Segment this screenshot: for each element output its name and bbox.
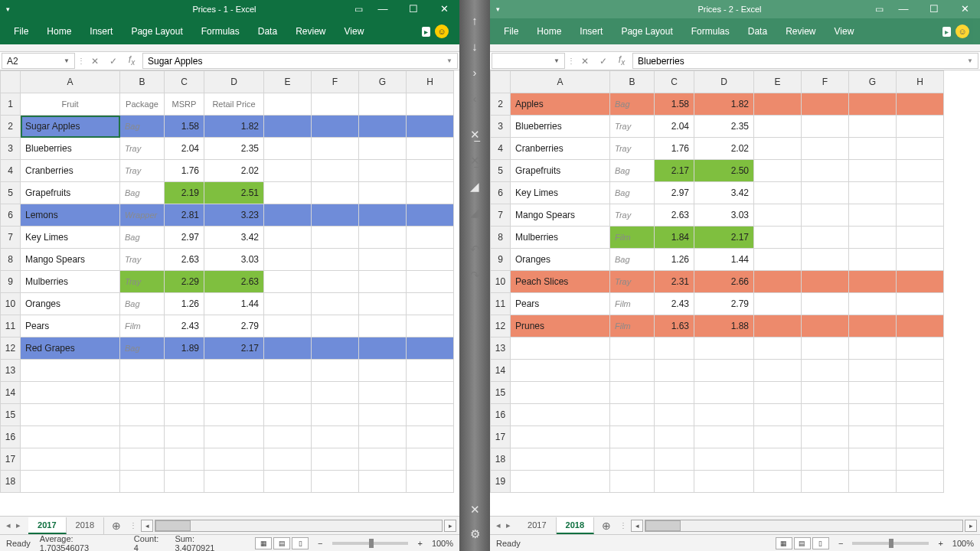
cell-C4[interactable]: 1.76 bbox=[165, 160, 204, 182]
cell-D19[interactable] bbox=[694, 471, 754, 493]
cell-A6[interactable]: Key Limes bbox=[511, 182, 610, 204]
close-compare-icon[interactable]: ✕ bbox=[464, 499, 485, 520]
cell-C7[interactable]: 2.63 bbox=[655, 204, 694, 227]
zoom-label[interactable]: 100% bbox=[952, 539, 974, 548]
zoom-in-icon[interactable]: + bbox=[938, 539, 942, 548]
column-header-H[interactable]: H bbox=[897, 71, 944, 93]
cell-D4[interactable]: 2.02 bbox=[694, 138, 754, 160]
cell-G3[interactable] bbox=[849, 116, 897, 138]
ribbon-tab-formulas[interactable]: Formulas bbox=[192, 20, 249, 43]
cell-G4[interactable] bbox=[849, 138, 897, 160]
cell-A15[interactable] bbox=[21, 404, 120, 426]
horizontal-scrollbar[interactable]: ◂ ▸ bbox=[138, 520, 459, 532]
view-mode-buttons[interactable]: ▦ ▤ ▯ bbox=[255, 537, 309, 549]
cell-C14[interactable] bbox=[165, 382, 204, 404]
cell-A3[interactable]: Blueberries bbox=[21, 138, 120, 160]
cell-B16[interactable] bbox=[120, 426, 165, 448]
cell-B9[interactable]: Tray bbox=[120, 271, 165, 293]
chevron-down-icon[interactable]: ▼ bbox=[64, 57, 70, 64]
cell-D14[interactable] bbox=[204, 382, 264, 404]
cell-A10[interactable]: Oranges bbox=[21, 293, 120, 315]
ribbon-tab-file[interactable]: File bbox=[5, 20, 38, 43]
cell-E18[interactable] bbox=[264, 471, 312, 493]
cell-D7[interactable]: 3.03 bbox=[694, 204, 754, 227]
cell-A8[interactable]: Mulberries bbox=[511, 227, 610, 249]
new-sheet-button[interactable]: ⊕ bbox=[594, 520, 619, 532]
fbar-splitter[interactable]: ⋮ bbox=[77, 52, 86, 70]
cell-E8[interactable] bbox=[754, 227, 802, 249]
cell-F7[interactable] bbox=[312, 227, 359, 249]
header-cell-E[interactable] bbox=[264, 93, 312, 116]
column-header-E[interactable]: E bbox=[264, 71, 312, 93]
cell-C16[interactable] bbox=[165, 426, 204, 448]
column-header-A[interactable]: A bbox=[511, 71, 610, 93]
cell-E4[interactable] bbox=[264, 160, 312, 182]
row-header-7[interactable]: 7 bbox=[491, 204, 511, 227]
undo-icon[interactable]: ↶ bbox=[464, 239, 485, 260]
column-header-F[interactable]: F bbox=[312, 71, 359, 93]
cell-G14[interactable] bbox=[849, 360, 897, 382]
cell-A8[interactable]: Mango Spears bbox=[21, 249, 120, 271]
row-header-18[interactable]: 18 bbox=[491, 448, 511, 471]
cell-E16[interactable] bbox=[754, 404, 802, 426]
cell-C18[interactable] bbox=[165, 471, 204, 493]
cell-D5[interactable]: 2.51 bbox=[204, 182, 264, 204]
cell-D2[interactable]: 1.82 bbox=[694, 93, 754, 116]
cell-H15[interactable] bbox=[897, 382, 944, 404]
cell-E11[interactable] bbox=[264, 315, 312, 337]
row-header-6[interactable]: 6 bbox=[1, 204, 21, 227]
spreadsheet-grid[interactable]: ABCDEFGH1FruitPackageMSRPRetail Price2Su… bbox=[0, 70, 459, 516]
cell-C10[interactable]: 2.31 bbox=[655, 271, 694, 293]
row-header-9[interactable]: 9 bbox=[491, 249, 511, 271]
cell-E10[interactable] bbox=[754, 271, 802, 293]
cell-D11[interactable]: 2.79 bbox=[694, 293, 754, 315]
collapse-ribbon-icon[interactable]: ▸ bbox=[422, 27, 430, 37]
cell-E5[interactable] bbox=[754, 160, 802, 182]
ribbon-tab-review[interactable]: Review bbox=[286, 20, 335, 43]
header-cell-F[interactable] bbox=[312, 93, 359, 116]
cell-B4[interactable]: Tray bbox=[610, 138, 655, 160]
ribbon-tab-page-layout[interactable]: Page Layout bbox=[612, 20, 681, 43]
ribbon-tab-review[interactable]: Review bbox=[776, 20, 825, 43]
cell-F9[interactable] bbox=[802, 249, 849, 271]
cell-B5[interactable]: Bag bbox=[610, 160, 655, 182]
cell-B10[interactable]: Tray bbox=[610, 271, 655, 293]
cell-F13[interactable] bbox=[312, 360, 359, 382]
cell-D11[interactable]: 2.79 bbox=[204, 315, 264, 337]
row-header-6[interactable]: 6 bbox=[491, 182, 511, 204]
cell-E5[interactable] bbox=[264, 182, 312, 204]
cell-G16[interactable] bbox=[849, 404, 897, 426]
cell-H9[interactable] bbox=[897, 249, 944, 271]
row-header-7[interactable]: 7 bbox=[1, 227, 21, 249]
header-cell-H[interactable] bbox=[407, 93, 454, 116]
cell-B11[interactable]: Film bbox=[610, 293, 655, 315]
cell-D5[interactable]: 2.50 bbox=[694, 160, 754, 182]
cell-E15[interactable] bbox=[264, 404, 312, 426]
row-header-10[interactable]: 10 bbox=[491, 271, 511, 293]
horizontal-scrollbar[interactable]: ◂ ▸ bbox=[628, 520, 980, 532]
cell-E8[interactable] bbox=[264, 249, 312, 271]
cell-A18[interactable] bbox=[511, 448, 610, 471]
cell-F17[interactable] bbox=[802, 426, 849, 448]
cell-C11[interactable]: 2.43 bbox=[655, 293, 694, 315]
cell-D15[interactable] bbox=[204, 404, 264, 426]
cell-G3[interactable] bbox=[359, 138, 407, 160]
cell-C10[interactable]: 1.26 bbox=[165, 293, 204, 315]
chevron-down-icon[interactable]: ▼ bbox=[554, 57, 560, 64]
cell-E14[interactable] bbox=[754, 360, 802, 382]
cell-B2[interactable]: Bag bbox=[610, 93, 655, 116]
cell-H7[interactable] bbox=[407, 227, 454, 249]
zoom-out-icon[interactable]: − bbox=[318, 539, 322, 548]
fx-icon[interactable]: fx bbox=[122, 52, 141, 70]
cell-D16[interactable] bbox=[694, 404, 754, 426]
ribbon-options-icon[interactable]: ▭ bbox=[870, 4, 888, 15]
cell-E13[interactable] bbox=[264, 360, 312, 382]
cell-E7[interactable] bbox=[264, 227, 312, 249]
cell-D15[interactable] bbox=[694, 382, 754, 404]
header-cell-G[interactable] bbox=[359, 93, 407, 116]
minimize-button[interactable]: — bbox=[888, 0, 919, 18]
row-header-13[interactable]: 13 bbox=[491, 337, 511, 360]
row-header-2[interactable]: 2 bbox=[1, 116, 21, 138]
cell-G7[interactable] bbox=[849, 204, 897, 227]
cell-D10[interactable]: 2.66 bbox=[694, 271, 754, 293]
